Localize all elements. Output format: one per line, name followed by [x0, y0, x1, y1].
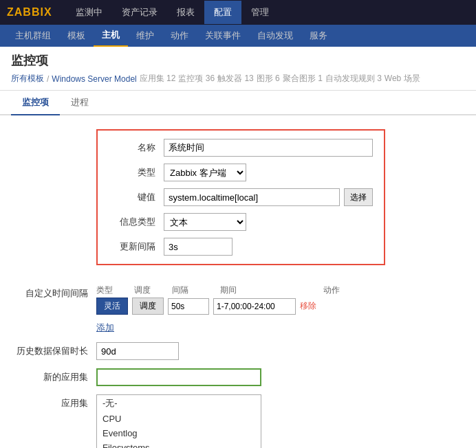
info-type-label: 信息类型: [109, 216, 164, 228]
top-navigation: ZABBIX 监测中 资产记录 报表 配置 管理: [0, 0, 476, 25]
breadcrumb: 所有模板 / Windows Server Model 应用集 12 监控项 3…: [11, 73, 465, 85]
header-type: 类型: [96, 284, 134, 296]
nav-related-events[interactable]: 关联事件: [197, 25, 249, 46]
breadcrumb-discovery-count[interactable]: 自动发现规则 3: [325, 73, 382, 85]
nav-item-admin[interactable]: 管理: [241, 1, 279, 24]
key-row: 键值 选择: [109, 188, 373, 206]
type-row: 类型 Zabbix 客户端: [109, 164, 373, 181]
key-input[interactable]: [164, 188, 340, 206]
tab-monitor-items[interactable]: 监控项: [11, 91, 60, 115]
nav-hosts[interactable]: 主机: [94, 25, 128, 47]
add-link[interactable]: 添加: [96, 322, 114, 334]
app-input-wrapper: [96, 368, 462, 386]
interval-input[interactable]: [168, 298, 209, 315]
app-item-none[interactable]: -无-: [97, 395, 261, 412]
app-item-filesystems[interactable]: Filesystems: [97, 440, 261, 448]
name-input[interactable]: [164, 139, 373, 157]
breadcrumb-model[interactable]: Windows Server Model: [52, 74, 136, 84]
app-list-label: 应用集: [14, 394, 96, 410]
new-app-label: 新的应用集: [14, 368, 96, 383]
update-interval-label: 更新间隔: [109, 240, 164, 253]
nav-services[interactable]: 服务: [301, 25, 336, 46]
update-interval-row: 更新间隔: [109, 238, 373, 256]
history-content: [96, 342, 462, 360]
history-row: 历史数据保留时长: [14, 342, 462, 360]
info-type-select[interactable]: 文本: [164, 213, 246, 231]
tab-process[interactable]: 进程: [60, 91, 100, 115]
breadcrumb-web-count[interactable]: Web 场景: [385, 73, 420, 85]
new-app-content: [96, 368, 462, 386]
nav-auto-discovery[interactable]: 自动发现: [249, 25, 301, 46]
key-label: 键值: [109, 191, 164, 203]
flex-button[interactable]: 灵活: [96, 298, 128, 315]
custom-time-label: 自定义时间间隔: [14, 284, 96, 300]
top-nav-items: 监测中 资产记录 报表 配置 管理: [66, 1, 279, 24]
custom-time-row: 自定义时间间隔 类型 调度 间隔 期间 动作 灵活 调度 移除 添加: [14, 284, 462, 334]
nav-item-config[interactable]: 配置: [204, 1, 241, 24]
tabs-bar: 监控项 进程: [0, 91, 476, 115]
breadcrumb-all-templates[interactable]: 所有模板: [11, 73, 44, 85]
breadcrumb-sep1: /: [47, 74, 49, 84]
custom-time-headers: 类型 调度 间隔 期间 动作: [96, 284, 462, 296]
name-row: 名称: [109, 139, 373, 157]
app-item-eventlog[interactable]: Eventlog: [97, 426, 261, 440]
nav-item-assets[interactable]: 资产记录: [112, 1, 167, 24]
info-type-row: 信息类型 文本: [109, 213, 373, 231]
nav-templates[interactable]: 模板: [59, 25, 94, 46]
period-input[interactable]: [213, 298, 296, 315]
page-header: 监控项 所有模板 / Windows Server Model 应用集 12 监…: [0, 47, 476, 91]
header-action: 动作: [323, 284, 340, 296]
custom-time-content: 类型 调度 间隔 期间 动作 灵活 调度 移除 添加: [96, 284, 462, 334]
form-container: 名称 类型 Zabbix 客户端 键值 选择: [14, 129, 462, 448]
type-label: 类型: [109, 166, 164, 179]
second-navigation: 主机群组 模板 主机 维护 动作 关联事件 自动发现 服务: [0, 25, 476, 47]
nav-maintenance[interactable]: 维护: [128, 25, 162, 46]
custom-time-data-row: 灵活 调度 移除: [96, 298, 462, 315]
basic-info-section: 名称 类型 Zabbix 客户端 键值 选择: [96, 129, 385, 265]
breadcrumb-aggregate-count[interactable]: 聚合图形 1: [283, 73, 323, 85]
history-label: 历史数据保留时长: [14, 342, 96, 357]
history-input[interactable]: [96, 342, 179, 360]
key-select-button[interactable]: 选择: [344, 188, 373, 206]
breadcrumb-item-count[interactable]: 监控项 36: [178, 73, 215, 85]
update-interval-input[interactable]: [164, 238, 232, 256]
app-list-row: 应用集 -无- CPU Eventlog Filesystems General…: [14, 394, 462, 448]
new-app-input[interactable]: [96, 368, 261, 386]
nav-actions[interactable]: 动作: [162, 25, 197, 46]
app-item-cpu[interactable]: CPU: [97, 412, 261, 426]
breadcrumb-app-count[interactable]: 应用集 12: [140, 73, 176, 85]
app-list-content: -无- CPU Eventlog Filesystems General Mem…: [96, 394, 462, 448]
type-select[interactable]: Zabbix 客户端: [164, 164, 246, 181]
header-period: 期间: [220, 284, 323, 296]
main-content: 名称 类型 Zabbix 客户端 键值 选择: [0, 115, 476, 448]
header-interval: 间隔: [172, 284, 220, 296]
nav-item-reports[interactable]: 报表: [167, 1, 204, 24]
header-degree: 调度: [134, 284, 172, 296]
breadcrumb-trigger-count[interactable]: 触发器 13: [217, 73, 254, 85]
page-title: 监控项: [11, 52, 465, 69]
remove-button[interactable]: 移除: [300, 300, 316, 312]
degree-button[interactable]: 调度: [132, 298, 164, 315]
new-app-row: 新的应用集: [14, 368, 462, 386]
nav-item-monitor[interactable]: 监测中: [66, 1, 112, 24]
nav-host-groups[interactable]: 主机群组: [7, 25, 59, 46]
name-label: 名称: [109, 142, 164, 154]
breadcrumb-graph-count[interactable]: 图形 6: [257, 73, 280, 85]
app-dropdown: -无- CPU Eventlog Filesystems General Mem…: [96, 394, 261, 448]
logo: ZABBIX: [7, 6, 52, 19]
